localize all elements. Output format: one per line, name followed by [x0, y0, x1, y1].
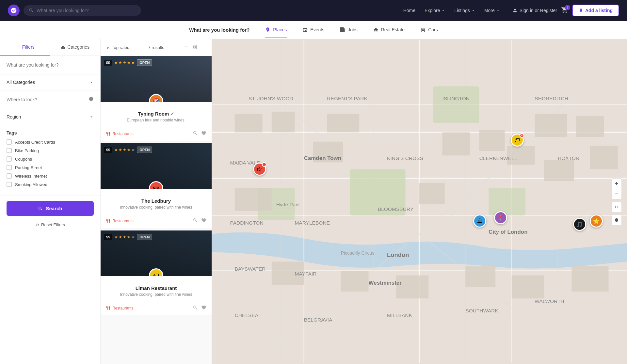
- listing-search-2[interactable]: [193, 218, 198, 224]
- svg-rect-35: [544, 160, 574, 181]
- listing-category-2: Restaurants: [106, 219, 134, 223]
- nav-listings[interactable]: Listings: [451, 5, 478, 16]
- svg-text:KING'S CROSS: KING'S CROSS: [387, 155, 423, 161]
- where-to-look-input[interactable]: [7, 96, 88, 103]
- listing-card-1[interactable]: $$ ★★★★★ OPEN 🎯 Typing Room ✔ European f…: [101, 56, 212, 141]
- svg-rect-36: [590, 146, 618, 169]
- listing-favorite-1[interactable]: [201, 131, 206, 137]
- listing-search-1[interactable]: [193, 131, 198, 137]
- map-marker-1[interactable]: 🍽: [253, 163, 266, 176]
- sidebar: Filters Categories All Categories: [0, 39, 101, 364]
- sub-nav-events[interactable]: Events: [302, 22, 324, 38]
- listing-category-3: Restaurants: [106, 306, 134, 310]
- tag-checkbox-wireless-internet[interactable]: [7, 173, 12, 179]
- svg-text:BELGRAVIA: BELGRAVIA: [304, 317, 333, 323]
- svg-text:MILLBANK: MILLBANK: [387, 312, 412, 318]
- tag-checkbox-parking-street[interactable]: [7, 165, 12, 170]
- results-count: 7 results: [148, 45, 164, 50]
- sidebar-tab-filters[interactable]: Filters: [0, 39, 50, 55]
- nav-links: Home Explore Listings More: [400, 5, 503, 16]
- svg-text:WALWORTH: WALWORTH: [535, 298, 564, 304]
- sub-nav-search-label: What are you looking for?: [189, 27, 249, 33]
- listing-desc-2: Innovative cooking, paired with fine win…: [106, 205, 206, 210]
- svg-rect-26: [327, 114, 359, 133]
- listing-footer-2: Restaurants: [101, 215, 212, 228]
- svg-text:BAYSWATER: BAYSWATER: [235, 266, 266, 272]
- tag-label-coupons: Coupons: [15, 157, 32, 162]
- map-area[interactable]: ST. JOHN'S WOOD REGENT'S PARK ISLINGTON …: [212, 39, 627, 364]
- tag-checkbox-smoking-allowed[interactable]: [7, 182, 12, 187]
- map-marker-6[interactable]: ⭐: [590, 214, 603, 228]
- price-badge-1: $$: [104, 60, 112, 66]
- open-badge-3: OPEN: [137, 234, 152, 240]
- categories-dropdown[interactable]: All Categories: [7, 80, 94, 85]
- listing-image-1: $$ ★★★★★ OPEN 🎯: [101, 56, 212, 102]
- nav-more[interactable]: More: [481, 5, 503, 16]
- view-grid-button[interactable]: [191, 44, 198, 51]
- map-controls: + −: [611, 178, 622, 225]
- view-options: [183, 44, 206, 51]
- listing-badges-3: $$ ★★★★★ OPEN: [104, 234, 152, 240]
- sub-nav-jobs[interactable]: Jobs: [340, 22, 358, 38]
- site-logo[interactable]: [8, 5, 20, 16]
- sign-in-button[interactable]: Sign in or Register: [508, 5, 561, 16]
- add-listing-button[interactable]: Add a listing: [572, 5, 619, 16]
- listing-name-2: The Ledbury: [106, 198, 206, 204]
- top-rated-filter[interactable]: Top rated: [106, 45, 129, 50]
- map-marker-2[interactable]: 🏷 ✕: [511, 134, 524, 147]
- svg-rect-31: [235, 188, 272, 211]
- zoom-in-button[interactable]: +: [611, 178, 622, 189]
- svg-rect-22: [433, 86, 479, 123]
- region-section: Region: [0, 109, 100, 125]
- svg-text:MARYLEBONE: MARYLEBONE: [295, 220, 330, 226]
- region-dropdown[interactable]: Region: [7, 114, 94, 119]
- listing-favorite-2[interactable]: [201, 218, 206, 224]
- sub-nav-real-estate[interactable]: Real Estate: [373, 22, 405, 38]
- svg-text:BLOOMSBURY: BLOOMSBURY: [378, 206, 414, 212]
- svg-rect-29: [535, 114, 567, 137]
- sidebar-search-input[interactable]: [7, 61, 94, 69]
- svg-text:ISLINGTON: ISLINGTON: [442, 96, 470, 101]
- map-marker-5[interactable]: 🎵: [573, 218, 586, 231]
- tag-checkbox-credit-cards[interactable]: [7, 139, 12, 145]
- sidebar-tab-categories[interactable]: Categories: [50, 39, 101, 55]
- svg-point-0: [63, 47, 65, 49]
- locate-me-button[interactable]: [611, 215, 622, 225]
- svg-rect-38: [341, 271, 369, 292]
- listing-search-3[interactable]: [193, 305, 198, 311]
- nav-home[interactable]: Home: [400, 5, 419, 16]
- reset-filters-button[interactable]: Reset Filters: [0, 221, 100, 229]
- fullscreen-button[interactable]: [611, 202, 622, 212]
- svg-text:ST. JOHN'S WOOD: ST. JOHN'S WOOD: [249, 96, 293, 101]
- svg-rect-24: [235, 114, 263, 133]
- zoom-out-button[interactable]: −: [611, 189, 622, 199]
- view-list-button[interactable]: [183, 44, 189, 51]
- tag-wireless-internet: Wireless Internet: [7, 173, 94, 179]
- listing-favorite-3[interactable]: [201, 305, 206, 311]
- svg-rect-39: [396, 276, 428, 299]
- cart-button[interactable]: 1: [561, 6, 568, 15]
- svg-rect-40: [465, 266, 495, 287]
- locate-icon[interactable]: [88, 96, 94, 103]
- region-label: Region: [7, 114, 21, 119]
- sub-nav-events-label: Events: [310, 27, 324, 32]
- nav-explore[interactable]: Explore: [421, 5, 448, 16]
- svg-text:Westminster: Westminster: [369, 280, 402, 286]
- listings-panel: Top rated 7 results $$: [101, 39, 212, 364]
- tag-checkbox-coupons[interactable]: [7, 156, 12, 162]
- listings-header: Top rated 7 results: [101, 39, 212, 56]
- view-compact-button[interactable]: [200, 44, 206, 51]
- sub-nav-places[interactable]: Places: [265, 22, 287, 38]
- svg-text:CHELSEA: CHELSEA: [235, 312, 259, 318]
- tag-label-bike-parking: Bike Parking: [15, 148, 39, 153]
- listing-name-1: Typing Room ✔: [106, 111, 206, 117]
- nav-search-bar[interactable]: [24, 5, 141, 16]
- tag-checkbox-bike-parking[interactable]: [7, 148, 12, 153]
- search-button[interactable]: Search: [7, 201, 94, 216]
- listing-card-3[interactable]: $$ ★★★★★ OPEN 🏷 Liman Restaurant Innovat…: [101, 230, 212, 315]
- listing-card-2[interactable]: $$ ★★★★★ OPEN 🍽 The Ledbury Innovative c…: [101, 143, 212, 228]
- tags-title: Tags: [7, 130, 94, 135]
- nav-search-input[interactable]: [37, 8, 136, 13]
- sub-nav-cars[interactable]: Cars: [420, 22, 438, 38]
- listing-name-3: Liman Restaurant: [106, 285, 206, 291]
